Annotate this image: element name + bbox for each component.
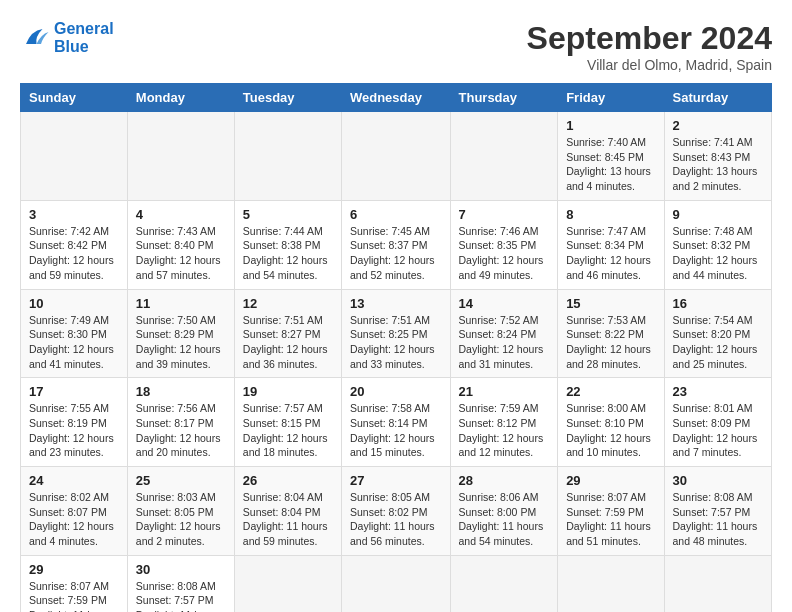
table-row: 7 Sunrise: 7:46 AMSunset: 8:35 PMDayligh… — [450, 200, 558, 289]
table-row: 19 Sunrise: 7:57 AMSunset: 8:15 PMDaylig… — [234, 378, 341, 467]
table-row: 14 Sunrise: 7:52 AMSunset: 8:24 PMDaylig… — [450, 289, 558, 378]
table-row: 30 Sunrise: 8:08 AMSunset: 7:57 PMDaylig… — [664, 467, 771, 556]
col-saturday: Saturday — [664, 84, 771, 112]
logo: General Blue — [20, 20, 114, 56]
page-title: September 2024 — [527, 20, 772, 57]
empty-cell — [234, 555, 341, 612]
table-row: 6 Sunrise: 7:45 AMSunset: 8:37 PMDayligh… — [341, 200, 450, 289]
table-row: 27 Sunrise: 8:05 AMSunset: 8:02 PMDaylig… — [341, 467, 450, 556]
logo-text: General Blue — [54, 20, 114, 56]
calendar-week-2: 3 Sunrise: 7:42 AMSunset: 8:42 PMDayligh… — [21, 200, 772, 289]
table-row: 16 Sunrise: 7:54 AMSunset: 8:20 PMDaylig… — [664, 289, 771, 378]
table-row: 5 Sunrise: 7:44 AMSunset: 8:38 PMDayligh… — [234, 200, 341, 289]
calendar-week-5: 24 Sunrise: 8:02 AMSunset: 8:07 PMDaylig… — [21, 467, 772, 556]
table-row: 3 Sunrise: 7:42 AMSunset: 8:42 PMDayligh… — [21, 200, 128, 289]
empty-cell — [450, 555, 558, 612]
page-subtitle: Villar del Olmo, Madrid, Spain — [527, 57, 772, 73]
table-row: 25 Sunrise: 8:03 AMSunset: 8:05 PMDaylig… — [127, 467, 234, 556]
table-row: 10 Sunrise: 7:49 AMSunset: 8:30 PMDaylig… — [21, 289, 128, 378]
calendar-week-3: 10 Sunrise: 7:49 AMSunset: 8:30 PMDaylig… — [21, 289, 772, 378]
table-row: 1 Sunrise: 7:40 AMSunset: 8:45 PMDayligh… — [558, 112, 664, 201]
title-area: September 2024 Villar del Olmo, Madrid, … — [527, 20, 772, 73]
table-row: 20 Sunrise: 7:58 AMSunset: 8:14 PMDaylig… — [341, 378, 450, 467]
table-row: 8 Sunrise: 7:47 AMSunset: 8:34 PMDayligh… — [558, 200, 664, 289]
table-row: 2 Sunrise: 7:41 AMSunset: 8:43 PMDayligh… — [664, 112, 771, 201]
col-sunday: Sunday — [21, 84, 128, 112]
empty-cell — [558, 555, 664, 612]
table-row: 15 Sunrise: 7:53 AMSunset: 8:22 PMDaylig… — [558, 289, 664, 378]
table-row: 24 Sunrise: 8:02 AMSunset: 8:07 PMDaylig… — [21, 467, 128, 556]
col-thursday: Thursday — [450, 84, 558, 112]
logo-icon — [20, 23, 50, 53]
table-row: 30 Sunrise: 8:08 AMSunset: 7:57 PMDaylig… — [127, 555, 234, 612]
table-row: 4 Sunrise: 7:43 AMSunset: 8:40 PMDayligh… — [127, 200, 234, 289]
table-row: 26 Sunrise: 8:04 AMSunset: 8:04 PMDaylig… — [234, 467, 341, 556]
calendar-week-1: 1 Sunrise: 7:40 AMSunset: 8:45 PMDayligh… — [21, 112, 772, 201]
empty-cell — [664, 555, 771, 612]
table-row: 21 Sunrise: 7:59 AMSunset: 8:12 PMDaylig… — [450, 378, 558, 467]
table-row: 9 Sunrise: 7:48 AMSunset: 8:32 PMDayligh… — [664, 200, 771, 289]
col-monday: Monday — [127, 84, 234, 112]
empty-cell — [450, 112, 558, 201]
col-friday: Friday — [558, 84, 664, 112]
empty-cell — [341, 112, 450, 201]
table-row: 13 Sunrise: 7:51 AMSunset: 8:25 PMDaylig… — [341, 289, 450, 378]
table-row: 12 Sunrise: 7:51 AMSunset: 8:27 PMDaylig… — [234, 289, 341, 378]
page-header: General Blue September 2024 Villar del O… — [20, 20, 772, 73]
col-tuesday: Tuesday — [234, 84, 341, 112]
table-row: 17 Sunrise: 7:55 AMSunset: 8:19 PMDaylig… — [21, 378, 128, 467]
calendar-week-6: 29 Sunrise: 8:07 AMSunset: 7:59 PMDaylig… — [21, 555, 772, 612]
calendar-table: Sunday Monday Tuesday Wednesday Thursday… — [20, 83, 772, 612]
empty-cell — [341, 555, 450, 612]
table-row: 18 Sunrise: 7:56 AMSunset: 8:17 PMDaylig… — [127, 378, 234, 467]
calendar-header-row: Sunday Monday Tuesday Wednesday Thursday… — [21, 84, 772, 112]
col-wednesday: Wednesday — [341, 84, 450, 112]
table-row: 29 Sunrise: 8:07 AMSunset: 7:59 PMDaylig… — [21, 555, 128, 612]
table-row: 29 Sunrise: 8:07 AMSunset: 7:59 PMDaylig… — [558, 467, 664, 556]
table-row: 23 Sunrise: 8:01 AMSunset: 8:09 PMDaylig… — [664, 378, 771, 467]
table-row: 22 Sunrise: 8:00 AMSunset: 8:10 PMDaylig… — [558, 378, 664, 467]
table-row: 11 Sunrise: 7:50 AMSunset: 8:29 PMDaylig… — [127, 289, 234, 378]
table-row: 28 Sunrise: 8:06 AMSunset: 8:00 PMDaylig… — [450, 467, 558, 556]
empty-cell — [21, 112, 128, 201]
calendar-week-4: 17 Sunrise: 7:55 AMSunset: 8:19 PMDaylig… — [21, 378, 772, 467]
empty-cell — [127, 112, 234, 201]
empty-cell — [234, 112, 341, 201]
